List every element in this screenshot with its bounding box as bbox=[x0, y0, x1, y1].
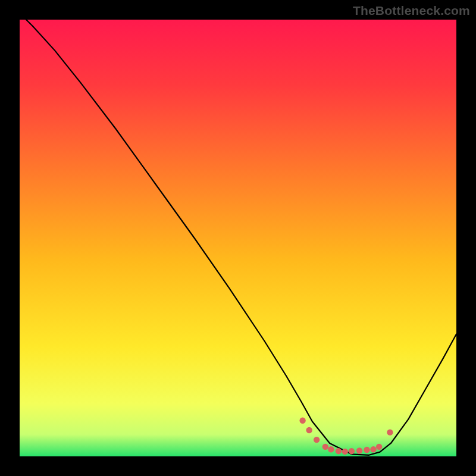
fit-dot bbox=[322, 444, 328, 450]
fit-dot bbox=[336, 448, 342, 454]
fit-dot bbox=[376, 444, 382, 450]
fit-dot bbox=[387, 429, 393, 435]
fit-dot bbox=[299, 418, 305, 424]
fit-dot bbox=[342, 449, 348, 455]
fit-dot bbox=[356, 447, 362, 453]
fit-dot bbox=[370, 446, 376, 452]
fit-dot bbox=[349, 448, 355, 454]
fit-dot bbox=[364, 447, 369, 453]
fit-dot bbox=[306, 427, 312, 433]
watermark-text: TheBottleneck.com bbox=[353, 4, 470, 18]
plot-area bbox=[20, 20, 456, 456]
fit-dot bbox=[314, 437, 320, 443]
bottleneck-chart bbox=[20, 20, 456, 456]
gradient-background bbox=[20, 20, 456, 456]
fit-dot bbox=[328, 446, 334, 452]
chart-page: TheBottleneck.com bbox=[0, 0, 476, 476]
